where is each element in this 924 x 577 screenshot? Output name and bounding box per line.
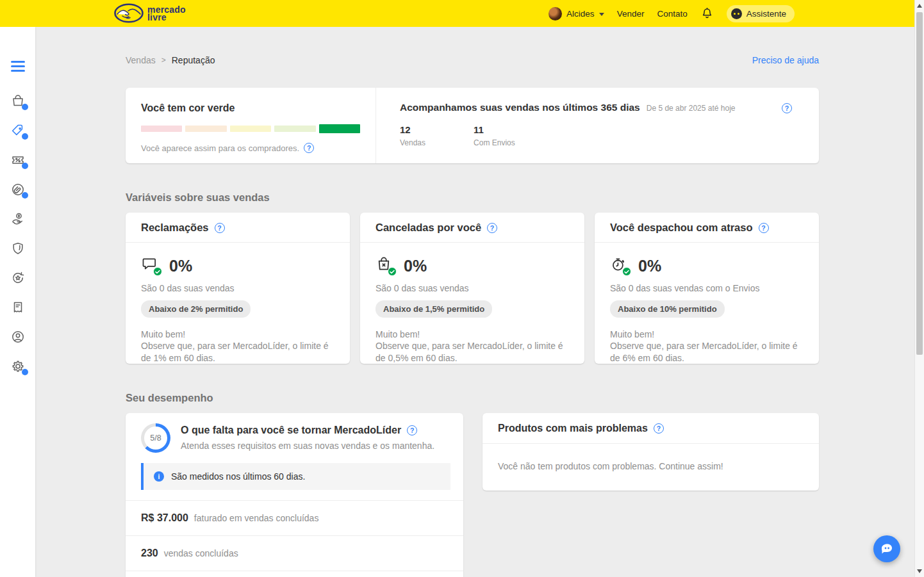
card-despacho-atraso: Você despachou com atraso ? <box>595 213 819 364</box>
info-banner-text: São medidos nos últimos 60 dias. <box>171 471 305 482</box>
level-bar-orange <box>185 126 226 132</box>
assistant-chip[interactable]: Assistente <box>727 5 795 22</box>
metric-envios: 11 Com Envios <box>474 124 515 147</box>
sidebar-item-promotions[interactable] <box>10 152 26 168</box>
sales-tracking-panel: Acompanhamos suas vendas nos últimos 365… <box>376 88 819 163</box>
menu-hamburger-icon[interactable] <box>11 61 25 72</box>
help-icon[interactable]: ? <box>487 223 497 233</box>
sidebar <box>0 27 35 577</box>
assistant-fab-button[interactable] <box>873 535 900 562</box>
nav-contato[interactable]: Contato <box>657 9 687 19</box>
help-icon[interactable]: ? <box>304 143 314 153</box>
variables-section-title: Variáveis sobre suas vendas <box>126 191 819 204</box>
assistant-label: Assistente <box>747 9 786 19</box>
user-circle-icon <box>10 329 26 345</box>
card-praise: Muito bem! <box>141 329 334 340</box>
reputation-title: Você tem cor verde <box>141 102 360 114</box>
check-badge-icon <box>622 267 631 276</box>
sidebar-item-invoices[interactable] <box>10 300 26 315</box>
help-icon[interactable]: ? <box>215 223 225 233</box>
help-icon[interactable]: ? <box>782 103 792 113</box>
chat-check-icon <box>141 256 161 275</box>
card-note: Observe que, para ser MercadoLíder, o li… <box>375 340 569 364</box>
star-refresh-icon <box>10 270 26 286</box>
metric-vendas-label: Vendas <box>400 138 425 147</box>
timer-check-icon <box>610 256 631 275</box>
reputation-thermometer <box>141 124 360 133</box>
card-note: Observe que, para ser MercadoLíder, o li… <box>610 340 804 364</box>
requirement-label: vendas concluídas <box>164 548 238 558</box>
card-subtitle: São 0 das suas vendas <box>375 283 569 293</box>
nav-vender[interactable]: Vender <box>617 9 645 19</box>
sidebar-item-advertising[interactable] <box>10 182 26 197</box>
requirement-row-sales[interactable]: 230 vendas concluídas <box>126 535 463 571</box>
hand-coin-icon <box>10 211 26 227</box>
breadcrumb-separator: > <box>161 56 166 65</box>
notification-dot <box>22 104 28 110</box>
receipt-icon <box>10 300 26 315</box>
level-bar-red <box>141 126 182 132</box>
card-subtitle: São 0 das suas vendas com o Envios <box>610 283 804 293</box>
bag-cancel-icon <box>375 256 396 275</box>
products-empty-message: Você não tem produtos com problemas. Con… <box>483 444 819 491</box>
help-link[interactable]: Preciso de ajuda <box>752 55 819 65</box>
check-badge-icon <box>153 267 162 276</box>
user-menu[interactable]: Alcides <box>549 7 604 20</box>
card-canceladas: Canceladas por você ? <box>360 213 584 364</box>
assistant-robot-icon <box>731 8 742 19</box>
variables-cards-row: Reclamações ? 0% <box>126 213 819 364</box>
notification-dot <box>22 192 28 199</box>
breadcrumb-reputacao: Reputação <box>172 55 215 65</box>
mercadolider-card: 5/8 O que falta para você se tornar Merc… <box>126 413 463 577</box>
requirement-label: faturado em vendas concluídas <box>194 513 319 523</box>
breadcrumb: Vendas > Reputação <box>126 55 215 65</box>
help-icon[interactable]: ? <box>654 423 664 434</box>
notifications-bell-icon[interactable] <box>700 6 714 20</box>
breadcrumb-row: Vendas > Reputação Preciso de ajuda <box>126 55 819 65</box>
top-bar: mercado livre Alcides Vender Contato Ass… <box>0 0 924 27</box>
reputation-caption: Você aparece assim para os compradores. <box>141 143 299 153</box>
sidebar-item-account[interactable] <box>10 329 26 345</box>
sales-tracking-period: De 5 de abr 2025 até hoje <box>647 104 736 113</box>
card-reclamacoes: Reclamações ? 0% <box>126 213 350 364</box>
progress-ring-label: 5/8 <box>150 434 161 443</box>
avatar[interactable] <box>549 7 562 20</box>
info-icon: i <box>154 471 164 482</box>
requirement-value: R$ 37.000 <box>141 512 188 524</box>
card-subtitle: São 0 das suas vendas <box>141 283 334 293</box>
chevron-down-icon <box>599 13 604 16</box>
card-value: 0% <box>404 257 427 275</box>
limit-badge: Abaixo de 2% permitido <box>141 300 251 318</box>
sidebar-item-reputation[interactable] <box>10 270 26 286</box>
performance-row: 5/8 O que falta para você se tornar Merc… <box>126 413 819 577</box>
chat-robot-icon <box>880 542 894 555</box>
metric-envios-value: 11 <box>474 124 515 135</box>
requirement-row-revenue[interactable]: R$ 37.000 faturado em vendas concluídas <box>126 500 463 535</box>
requirement-value: 230 <box>141 548 158 559</box>
performance-section-title: Seu desempenho <box>126 392 819 404</box>
sidebar-item-protection[interactable] <box>10 241 26 256</box>
vertical-scrollbar[interactable] <box>914 0 924 577</box>
top-nav: Alcides Vender Contato Assistente <box>549 0 795 27</box>
breadcrumb-vendas[interactable]: Vendas <box>126 55 156 65</box>
main-content: Vendas > Reputação Preciso de ajuda Você… <box>35 27 914 577</box>
user-name: Alcides <box>566 9 595 19</box>
requirement-row-cutoff <box>126 571 463 577</box>
limit-badge: Abaixo de 10% permitido <box>610 300 725 318</box>
info-banner: i São medidos nos últimos 60 dias. <box>141 463 450 490</box>
level-bar-green-active <box>319 124 360 133</box>
sidebar-item-listings[interactable] <box>10 123 26 138</box>
mercado-livre-logo[interactable]: mercado livre <box>114 3 186 23</box>
scroll-up-arrow-icon[interactable] <box>917 4 922 8</box>
reputation-summary-card: Você tem cor verde Você aparece assim pa… <box>126 88 819 163</box>
metric-envios-label: Com Envios <box>474 138 515 147</box>
notification-dot <box>22 133 28 140</box>
sidebar-item-orders[interactable] <box>10 93 26 109</box>
scroll-down-arrow-icon[interactable] <box>917 569 922 573</box>
metric-vendas-value: 12 <box>400 124 425 135</box>
help-icon[interactable]: ? <box>759 223 769 233</box>
sidebar-item-billing[interactable] <box>10 211 26 227</box>
help-icon[interactable]: ? <box>407 425 417 435</box>
scrollbar-thumb[interactable] <box>916 12 923 355</box>
sidebar-item-settings[interactable] <box>10 359 26 374</box>
